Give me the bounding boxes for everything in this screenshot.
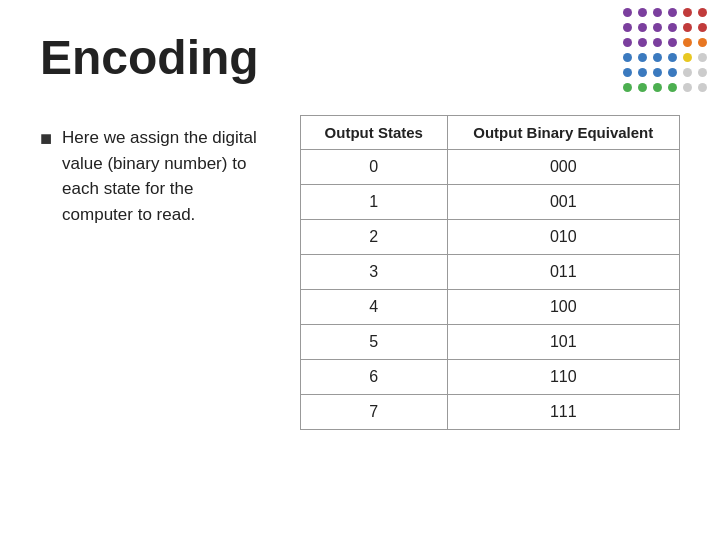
- decorative-dot: [683, 68, 692, 77]
- state-cell: 1: [301, 185, 448, 220]
- decorative-dot: [683, 83, 692, 92]
- decorative-dot: [653, 83, 662, 92]
- decorative-dot: [638, 23, 647, 32]
- decorative-dot: [683, 8, 692, 17]
- decorative-dot: [668, 53, 677, 62]
- encoding-table-wrapper: Output States Output Binary Equivalent 0…: [300, 115, 680, 430]
- table-row: 7111: [301, 395, 680, 430]
- decorative-dot: [623, 53, 632, 62]
- state-cell: 0: [301, 150, 448, 185]
- decorative-dot: [698, 83, 707, 92]
- state-cell: 5: [301, 325, 448, 360]
- decorative-dot-grid: [623, 8, 710, 95]
- decorative-dot: [638, 68, 647, 77]
- decorative-dot: [623, 38, 632, 47]
- decorative-dot: [653, 68, 662, 77]
- col1-header: Output States: [301, 116, 448, 150]
- decorative-dot: [623, 23, 632, 32]
- table-row: 0000: [301, 150, 680, 185]
- binary-cell: 111: [447, 395, 679, 430]
- state-cell: 7: [301, 395, 448, 430]
- table-row: 2010: [301, 220, 680, 255]
- bullet-text-content: Here we assign the digital value (binary…: [62, 125, 260, 227]
- page-title: Encoding: [0, 0, 720, 85]
- table-row: 6110: [301, 360, 680, 395]
- decorative-dot: [638, 8, 647, 17]
- content-area: ■ Here we assign the digital value (bina…: [0, 85, 720, 450]
- table-row: 5101: [301, 325, 680, 360]
- table-row: 1001: [301, 185, 680, 220]
- decorative-dot: [638, 53, 647, 62]
- decorative-dot: [623, 83, 632, 92]
- decorative-dot: [638, 38, 647, 47]
- col2-header: Output Binary Equivalent: [447, 116, 679, 150]
- binary-cell: 100: [447, 290, 679, 325]
- bullet-marker: ■: [40, 123, 52, 227]
- decorative-dot: [668, 23, 677, 32]
- table-row: 4100: [301, 290, 680, 325]
- state-cell: 2: [301, 220, 448, 255]
- decorative-dot: [653, 8, 662, 17]
- bullet-item: ■ Here we assign the digital value (bina…: [40, 115, 260, 227]
- state-cell: 6: [301, 360, 448, 395]
- decorative-dot: [668, 38, 677, 47]
- decorative-dot: [653, 53, 662, 62]
- state-cell: 3: [301, 255, 448, 290]
- decorative-dot: [698, 38, 707, 47]
- decorative-dot: [638, 83, 647, 92]
- binary-cell: 011: [447, 255, 679, 290]
- decorative-dot: [668, 83, 677, 92]
- binary-cell: 010: [447, 220, 679, 255]
- binary-cell: 110: [447, 360, 679, 395]
- decorative-dot: [623, 68, 632, 77]
- binary-cell: 101: [447, 325, 679, 360]
- decorative-dot: [683, 23, 692, 32]
- decorative-dot: [653, 23, 662, 32]
- decorative-dot: [698, 8, 707, 17]
- table-row: 3011: [301, 255, 680, 290]
- decorative-dot: [698, 68, 707, 77]
- decorative-dot: [683, 38, 692, 47]
- binary-cell: 000: [447, 150, 679, 185]
- decorative-dot: [653, 38, 662, 47]
- decorative-dot: [668, 8, 677, 17]
- binary-cell: 001: [447, 185, 679, 220]
- encoding-table: Output States Output Binary Equivalent 0…: [300, 115, 680, 430]
- decorative-dot: [698, 23, 707, 32]
- decorative-dot: [668, 68, 677, 77]
- decorative-dot: [698, 53, 707, 62]
- state-cell: 4: [301, 290, 448, 325]
- decorative-dot: [623, 8, 632, 17]
- decorative-dot: [683, 53, 692, 62]
